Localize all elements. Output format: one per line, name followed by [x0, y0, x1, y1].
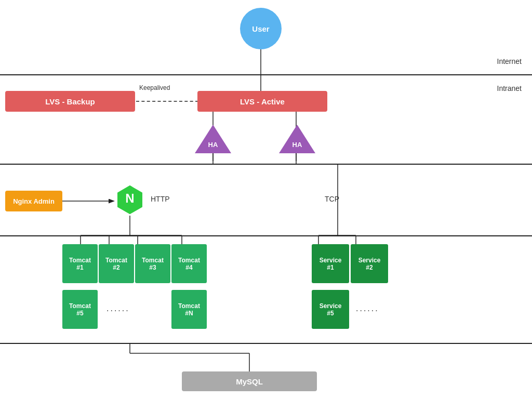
- user-label: User: [252, 24, 269, 33]
- internet-line: [0, 74, 532, 75]
- svg-marker-22: [279, 125, 315, 153]
- lvs-active-label: LVS - Active: [240, 97, 285, 106]
- ha-triangle-1: HA: [193, 122, 233, 158]
- tomcat-3-label: Tomcat#3: [142, 257, 164, 271]
- nginx-hex-icon: N: [114, 184, 145, 216]
- http-label: HTTP: [151, 195, 170, 203]
- nginx-admin-label: Nginx Admin: [13, 197, 55, 205]
- ha-triangle-2: HA: [277, 122, 317, 158]
- svg-text:HA: HA: [208, 141, 218, 149]
- internet-label: Internet: [497, 57, 522, 65]
- service-5-label: Service#5: [320, 302, 342, 317]
- tomcat-n-box: Tomcat#N: [171, 290, 207, 329]
- tomcat-n-label: Tomcat#N: [178, 302, 200, 317]
- service-ellipsis: ......: [356, 304, 379, 313]
- mysql-box: MySQL: [182, 371, 317, 391]
- tomcat-3-box: Tomcat#3: [135, 244, 170, 283]
- svg-text:N: N: [125, 191, 134, 205]
- tomcat-4-label: Tomcat#4: [178, 257, 200, 271]
- tomcat-1-box: Tomcat#1: [62, 244, 98, 283]
- tomcat-4-box: Tomcat#4: [171, 244, 207, 283]
- intranet-label: Intranet: [497, 84, 522, 92]
- lvs-backup-label: LVS - Backup: [45, 97, 95, 106]
- keepalived-label: Keepalived: [139, 84, 170, 91]
- nginx-admin-box: Nginx Admin: [5, 191, 62, 211]
- tcp-label: TCP: [325, 195, 339, 203]
- lvs-backup-box: LVS - Backup: [5, 91, 135, 112]
- tomcat-2-label: Tomcat#2: [105, 257, 127, 271]
- service-5-box: Service#5: [312, 290, 349, 329]
- tomcat-ellipsis: ......: [107, 304, 130, 313]
- zone-line-3: [0, 235, 532, 236]
- tomcat-5-label: Tomcat#5: [69, 302, 91, 317]
- user-node: User: [240, 8, 282, 49]
- tomcat-1-label: Tomcat#1: [69, 257, 91, 271]
- keepalived-dashed-line: [136, 101, 198, 102]
- architecture-diagram: Internet Intranet User LVS - Backup Keep…: [0, 0, 532, 399]
- lvs-active-box: LVS - Active: [197, 91, 327, 112]
- zone-line-4: [0, 343, 532, 344]
- intranet-line: [0, 164, 532, 165]
- connector-lines: [0, 0, 532, 399]
- tomcat-5-box: Tomcat#5: [62, 290, 98, 329]
- service-1-box: Service#1: [312, 244, 349, 283]
- svg-text:HA: HA: [292, 141, 302, 149]
- svg-marker-20: [195, 125, 231, 153]
- service-2-box: Service#2: [351, 244, 388, 283]
- tomcat-2-box: Tomcat#2: [99, 244, 134, 283]
- service-1-label: Service#1: [320, 257, 342, 271]
- service-2-label: Service#2: [358, 257, 381, 271]
- mysql-label: MySQL: [236, 377, 263, 386]
